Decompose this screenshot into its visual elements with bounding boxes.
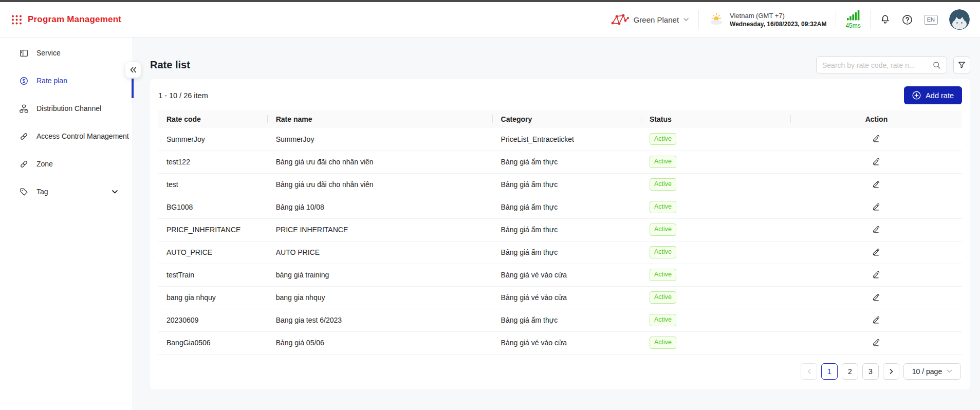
cell-rate-name: Bang gia test 6/2023 (268, 309, 493, 331)
latency-value: 45ms (845, 22, 860, 29)
cell-rate-code: PRICE_INHERITANCE (158, 218, 268, 241)
table-row: testTrain bảng giá training Bảng giá vé … (158, 264, 962, 286)
cell-action (791, 218, 962, 241)
cell-category: Bảng giá ẩm thực (493, 218, 641, 241)
status-badge: Active (650, 291, 676, 303)
org-switcher[interactable]: Green Planet (611, 13, 689, 27)
sidebar-item-access-control-management[interactable]: Access Control Management (0, 126, 133, 146)
pagination-page-1[interactable]: 1 (821, 363, 838, 380)
table-row: test Bảng giá ưu đãi cho nhân viên Bảng … (158, 173, 962, 196)
language-badge[interactable]: EN (924, 15, 938, 25)
sidebar-collapse-button[interactable] (125, 62, 141, 78)
cell-category: Bảng giá ẩm thực (493, 173, 641, 196)
table-row: bang gia nhquy bang gia nhquy Bảng giá v… (158, 286, 962, 309)
app-header: Program Management Green Planet (0, 2, 980, 38)
edit-icon[interactable] (871, 246, 882, 259)
column-header-action: Action (791, 110, 962, 128)
cell-action (791, 331, 962, 354)
chevron-down-icon (683, 17, 689, 22)
cell-category: Bảng giá ẩm thực (493, 241, 641, 264)
board-icon (19, 48, 29, 58)
status-badge: Active (650, 337, 676, 348)
table-row: 20230609 Bang gia test 6/2023 Bảng giá ẩ… (158, 309, 962, 331)
pagination-page-2[interactable]: 2 (842, 363, 858, 380)
cell-action (791, 128, 962, 151)
search-input[interactable] (822, 61, 929, 69)
cell-rate-name: AUTO PRICE (268, 241, 493, 264)
cell-rate-name: bang gia nhquy (268, 286, 493, 309)
cell-category: Bảng giá vé vào cửa (493, 286, 641, 309)
status-badge: Active (650, 178, 676, 190)
chevron-down-icon (947, 369, 952, 373)
edit-icon[interactable] (871, 223, 882, 236)
cell-category: Bảng giá ẩm thực (493, 151, 641, 173)
edit-icon[interactable] (871, 156, 882, 169)
edit-icon[interactable] (871, 178, 882, 191)
user-avatar[interactable] (949, 9, 970, 30)
app-title: Program Management (28, 14, 121, 25)
help-icon[interactable] (902, 14, 913, 25)
table-row: SummerJoy SummerJoy PriceList_Entracetic… (158, 128, 962, 151)
cell-category: Bảng giá vé vào cửa (493, 264, 641, 286)
cell-status: Active (641, 241, 791, 264)
sidebar-item-label: Access Control Management (36, 132, 129, 140)
cell-rate-code: 20230609 (158, 309, 268, 331)
page-size-select[interactable]: 10 / page (903, 363, 961, 380)
sidebar-item-label: Rate plan (36, 77, 124, 85)
cell-rate-code: BG1008 (158, 196, 268, 218)
app-grid-icon[interactable] (11, 14, 22, 25)
edit-icon[interactable] (871, 314, 882, 327)
header-divider (698, 10, 699, 29)
status-badge: Active (650, 133, 676, 145)
sidebar-item-label: Tag (36, 188, 104, 196)
chevron-down-icon (112, 190, 118, 194)
edit-icon[interactable] (871, 291, 882, 304)
cell-status: Active (641, 264, 791, 286)
cell-status: Active (641, 196, 791, 218)
timezone-label: Vietnam (GMT +7) (730, 12, 826, 20)
cell-rate-name: Bảng giá 10/08 (268, 196, 493, 218)
status-badge: Active (650, 246, 676, 258)
pagination-page-3[interactable]: 3 (862, 363, 879, 380)
cell-rate-code: testTrain (158, 264, 268, 286)
sidebar-item-service[interactable]: Service (0, 43, 133, 63)
cell-rate-name: Bảng giá ưu đãi cho nhân viên (268, 173, 493, 196)
pagination-prev-button[interactable] (801, 363, 817, 380)
add-rate-button[interactable]: Add rate (904, 86, 962, 104)
cell-category: Bảng giá vé vào cửa (493, 331, 641, 354)
cell-status: Active (641, 331, 791, 354)
page-title: Rate list (150, 59, 190, 71)
column-header-category: Category (493, 110, 641, 128)
edit-icon[interactable] (871, 337, 882, 349)
cell-rate-code: test122 (158, 151, 268, 173)
cell-status: Active (641, 286, 791, 309)
cell-rate-name: PRICE INHERITANCE (268, 218, 493, 241)
sidebar-item-tag[interactable]: Tag (0, 181, 133, 202)
page-size-value: 10 / page (912, 367, 942, 376)
sidebar-item-zone[interactable]: Zone (0, 154, 133, 174)
status-badge: Active (650, 201, 676, 213)
edit-icon[interactable] (871, 269, 882, 282)
cell-action (791, 151, 962, 173)
cell-rate-code: SummerJoy (158, 128, 268, 151)
notifications-bell-icon[interactable] (880, 14, 891, 25)
column-header-status: Status (641, 110, 791, 128)
main-content: Rate list 1 - 1 (133, 38, 980, 410)
cell-action (791, 264, 962, 286)
edit-icon[interactable] (871, 201, 882, 214)
cell-action (791, 173, 962, 196)
tag-icon (19, 187, 29, 197)
edit-icon[interactable] (871, 133, 882, 145)
sidebar-item-distribution-channel[interactable]: Distribution Channel (0, 98, 133, 119)
rate-list-card: 1 - 10 / 26 item Add rate (150, 79, 970, 389)
search-icon[interactable] (932, 61, 941, 69)
header-divider (870, 10, 871, 29)
active-menu-indicator (132, 79, 134, 98)
cell-status: Active (641, 128, 791, 151)
cell-status: Active (641, 218, 791, 241)
sidebar-item-label: Service (36, 49, 124, 57)
filter-button[interactable] (953, 57, 970, 73)
pagination-next-button[interactable] (883, 363, 899, 380)
sidebar-item-label: Zone (36, 160, 124, 168)
sidebar-item-rate-plan[interactable]: Rate plan (0, 70, 133, 91)
